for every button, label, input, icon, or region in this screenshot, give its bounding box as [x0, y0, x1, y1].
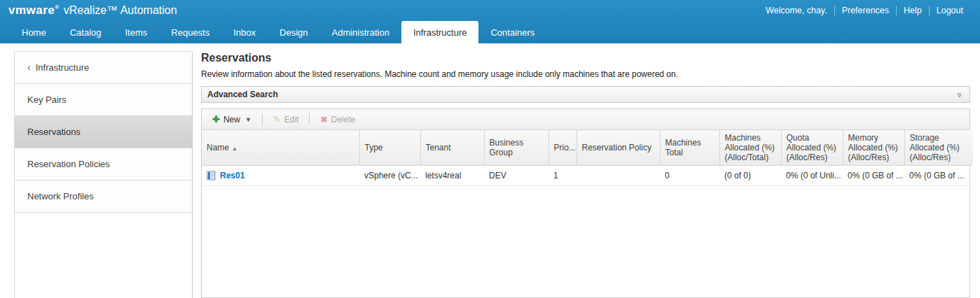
user-menu: Welcome, chay.PreferencesHelpLogout: [759, 6, 970, 15]
primary-nav: HomeCatalogItemsRequestsInboxDesignAdmin…: [0, 21, 980, 43]
sort-asc-icon: ▲: [232, 146, 237, 152]
page-description: Review information about the listed rese…: [201, 69, 970, 79]
expand-double-chevron-icon[interactable]: »: [954, 90, 966, 98]
reservation-name-link[interactable]: Res01: [220, 171, 244, 180]
cell-tenant: letsv4real: [420, 166, 484, 186]
column-header-label: Name: [207, 143, 229, 152]
column-header-quota-allocated-alloc-res[interactable]: Quota Allocated (%) (Alloc/Res): [781, 130, 843, 166]
cell-memory-allocated-alloc-res: 0% (0 GB of ...: [843, 166, 904, 186]
chevron-left-icon: ‹: [27, 62, 31, 73]
sidebar-back-label: Infrastructure: [36, 62, 90, 73]
table-body: Res01vSphere (vC...letsv4realDEV10(0 of …: [202, 166, 973, 186]
edit-button[interactable]: ✎ Edit: [267, 112, 305, 127]
grid-toolbar: ✚ New ▼ ✎ Edit ✖ Delete: [202, 109, 969, 130]
tab-containers[interactable]: Containers: [478, 21, 546, 43]
logo-product-text: vRealize™ Automation: [64, 4, 177, 17]
tab-catalog[interactable]: Catalog: [58, 21, 113, 43]
toolbar-divider: [262, 113, 263, 125]
page-body: ‹Infrastructure Key PairsReservationsRes…: [0, 43, 980, 298]
user-menu-logout[interactable]: Logout: [929, 6, 970, 15]
sidebar: ‹Infrastructure Key PairsReservationsRes…: [14, 51, 193, 298]
cell-reservation-policy: [577, 166, 660, 186]
column-header-name[interactable]: Name▲: [202, 130, 359, 166]
table-head: Name▲TypeTenantBusiness GroupPrio...Rese…: [202, 130, 973, 166]
delete-button-label: Delete: [331, 115, 356, 125]
blue-header: vmware® vRealize™ Automation Welcome, ch…: [0, 0, 980, 43]
plus-icon: ✚: [212, 114, 220, 125]
cell-quota-allocated-alloc-res: 0% (0 of Unli...: [781, 166, 843, 186]
app-window: vmware® vRealize™ Automation Welcome, ch…: [0, 0, 980, 298]
column-header-tenant[interactable]: Tenant: [420, 130, 484, 166]
column-header-machines-allocated-alloc-total[interactable]: Machines Allocated (%) (Alloc/Total): [719, 130, 781, 166]
vmware-logo: vmware® vRealize™ Automation: [8, 3, 177, 17]
user-menu-welcome-chay[interactable]: Welcome, chay.: [759, 6, 834, 15]
registered-mark: ®: [55, 4, 59, 10]
table-row: Res01vSphere (vC...letsv4realDEV10(0 of …: [202, 166, 973, 186]
column-header-prio[interactable]: Prio...: [548, 130, 577, 166]
tab-administration[interactable]: Administration: [320, 21, 401, 43]
reservations-grid-panel: ✚ New ▼ ✎ Edit ✖ Delete: [201, 108, 970, 298]
toolbar-divider: [309, 113, 310, 125]
cell-machines-total: 0: [660, 166, 719, 186]
edit-button-label: Edit: [284, 115, 299, 125]
logo-vmware-text: vmware®: [8, 3, 60, 17]
sidebar-items: Key PairsReservationsReservation Policie…: [15, 84, 192, 213]
new-button-label: New: [223, 115, 240, 125]
column-header-label: Machines Total: [665, 138, 701, 157]
tab-inbox[interactable]: Inbox: [221, 21, 268, 43]
top-bar: vmware® vRealize™ Automation Welcome, ch…: [0, 0, 980, 21]
x-delete-icon: ✖: [320, 115, 327, 125]
tab-requests[interactable]: Requests: [159, 21, 221, 43]
column-header-machines-total[interactable]: Machines Total: [660, 130, 719, 166]
user-menu-preferences[interactable]: Preferences: [834, 6, 896, 15]
sidebar-item-reservations[interactable]: Reservations: [15, 116, 192, 148]
column-header-label: Memory Allocated (%) (Alloc/Res): [848, 133, 898, 162]
advanced-search-bar[interactable]: Advanced Search »: [201, 86, 970, 103]
column-header-label: Reservation Policy: [582, 143, 651, 152]
reservations-table: Name▲TypeTenantBusiness GroupPrio...Rese…: [202, 130, 973, 186]
tab-items[interactable]: Items: [113, 21, 160, 43]
advanced-search-label: Advanced Search: [207, 90, 278, 99]
sidebar-item-network-profiles[interactable]: Network Profiles: [15, 180, 192, 213]
name-cell: Res01: [202, 166, 359, 186]
sidebar-back-infrastructure[interactable]: ‹Infrastructure: [15, 52, 192, 84]
new-button[interactable]: ✚ New ▼: [206, 112, 258, 127]
main-content: Reservations Review information about th…: [193, 43, 980, 298]
cell-prio: 1: [548, 166, 577, 186]
name-cell-content: Res01: [207, 171, 354, 180]
tab-infrastructure[interactable]: Infrastructure: [401, 21, 479, 43]
cell-storage-allocated-alloc-res: 0% (0 GB of ...: [904, 166, 973, 186]
pencil-icon: ✎: [273, 114, 281, 125]
user-menu-help[interactable]: Help: [896, 6, 929, 15]
cell-machines-allocated-alloc-total: (0 of 0): [719, 166, 781, 186]
sidebar-item-reservation-policies[interactable]: Reservation Policies: [15, 148, 192, 180]
column-header-storage-allocated-alloc-res[interactable]: Storage Allocated (%) (Alloc/Res): [904, 130, 973, 166]
column-header-label: Type: [365, 143, 383, 152]
tab-home[interactable]: Home: [10, 21, 58, 43]
column-header-label: Business Group: [490, 138, 524, 157]
column-header-label: Prio...: [554, 143, 576, 152]
reservation-icon: [207, 171, 216, 180]
cell-business-group: DEV: [484, 166, 548, 186]
column-header-label: Storage Allocated (%) (Alloc/Res): [910, 133, 960, 162]
page-title: Reservations: [201, 52, 970, 64]
chevron-down-icon: ▼: [245, 116, 251, 123]
delete-button[interactable]: ✖ Delete: [314, 113, 361, 127]
column-header-label: Tenant: [426, 143, 451, 152]
column-header-label: Machines Allocated (%) (Alloc/Total): [725, 133, 775, 162]
column-header-label: Quota Allocated (%) (Alloc/Res): [787, 133, 836, 162]
column-header-memory-allocated-alloc-res[interactable]: Memory Allocated (%) (Alloc/Res): [843, 130, 904, 166]
sidebar-item-key-pairs[interactable]: Key Pairs: [15, 84, 192, 116]
table-header-row: Name▲TypeTenantBusiness GroupPrio...Rese…: [202, 130, 973, 166]
column-header-reservation-policy[interactable]: Reservation Policy: [577, 130, 660, 166]
column-header-type[interactable]: Type: [359, 130, 420, 166]
tab-design[interactable]: Design: [268, 21, 319, 43]
column-header-business-group[interactable]: Business Group: [484, 130, 548, 166]
cell-type: vSphere (vC...: [359, 166, 420, 186]
